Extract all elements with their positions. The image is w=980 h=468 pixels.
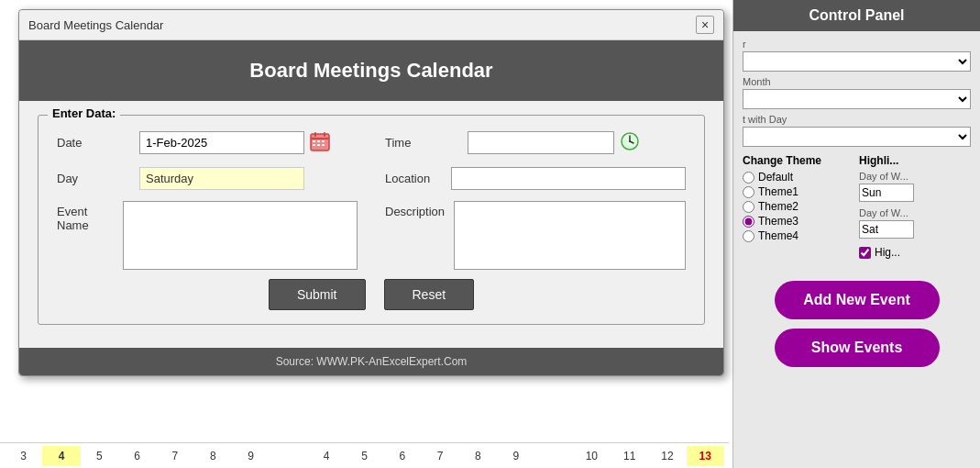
modal-footer-text: Source: WWW.PK-AnExcelExpert.Com	[276, 355, 468, 368]
calendar-icon-button[interactable]	[308, 129, 332, 156]
cp-radio-theme3: Theme3	[743, 215, 854, 228]
svg-rect-2	[314, 132, 316, 137]
form-row-time: Time	[385, 129, 686, 156]
cal-num-r8: 8	[459, 446, 497, 466]
cp-dow1-label: Day of W...	[859, 171, 971, 182]
clock-icon	[620, 131, 640, 151]
form-actions: Submit Reset	[57, 279, 686, 310]
cal-num-8: 8	[194, 446, 232, 466]
cp-highlight-checkbox-label: Hig...	[875, 246, 900, 259]
cp-radio-theme1: Theme1	[743, 185, 854, 198]
cp-select-r-label: r	[743, 39, 971, 50]
cp-dow1-input[interactable]	[859, 184, 914, 202]
modal-footer: Source: WWW.PK-AnExcelExpert.Com	[19, 348, 723, 375]
cp-highlight-checkbox[interactable]	[859, 247, 871, 259]
cal-num-sep	[270, 446, 307, 466]
modal-titlebar: Board Meetings Calendar ×	[19, 10, 723, 40]
cal-num-4: 4	[42, 446, 80, 466]
cp-radio-theme1-label: Theme1	[758, 185, 798, 198]
cp-radio-default-label: Default	[758, 171, 793, 184]
cp-dow2-label: Day of W...	[859, 207, 971, 218]
cal-num-11: 11	[611, 446, 648, 466]
cp-select-month-wrap: Month	[743, 76, 971, 109]
form-grid: Date	[57, 129, 686, 270]
cal-num-12: 12	[648, 446, 686, 466]
cp-theme-group: Change Theme Default Theme1 Theme2 Theme…	[743, 154, 854, 259]
svg-rect-9	[322, 144, 325, 146]
control-panel-header: Control Panel	[733, 0, 980, 31]
description-textarea[interactable]	[454, 201, 686, 270]
svg-rect-4	[313, 140, 315, 142]
cp-radio-theme4-input[interactable]	[743, 230, 754, 242]
svg-point-13	[629, 140, 631, 142]
form-row-day: Day	[57, 167, 358, 190]
svg-rect-1	[311, 138, 329, 139]
day-label: Day	[57, 172, 130, 185]
form-row-event-name: Event Name	[57, 201, 358, 270]
reset-button[interactable]: Reset	[384, 279, 475, 310]
cal-num-r4: 4	[308, 446, 346, 466]
control-panel-title: Control Panel	[809, 7, 904, 23]
cp-highlight-checkbox-row: Hig...	[859, 246, 971, 259]
cp-radio-theme3-input[interactable]	[743, 216, 754, 228]
cp-select-day-wrap: t with Day	[743, 114, 971, 147]
svg-rect-7	[313, 144, 315, 146]
svg-rect-3	[324, 132, 325, 137]
show-events-button[interactable]: Show Events	[775, 329, 940, 367]
submit-button[interactable]: Submit	[269, 279, 366, 310]
modal-close-button[interactable]: ×	[696, 16, 714, 34]
day-input[interactable]	[139, 167, 304, 190]
cp-highlight-group: Highli... Day of W... Day of W... Hig...	[859, 154, 971, 259]
cal-num-3: 3	[5, 446, 42, 466]
add-new-event-button[interactable]: Add New Event	[775, 281, 940, 319]
time-input[interactable]	[468, 131, 614, 154]
cp-select-day[interactable]	[743, 127, 971, 147]
svg-rect-5	[317, 140, 320, 142]
cp-select-r[interactable]	[743, 51, 971, 72]
cp-dow2: Day of W...	[859, 207, 971, 239]
cp-radio-default-input[interactable]	[743, 172, 754, 184]
form-row-date: Date	[57, 129, 358, 156]
cal-num-10: 10	[573, 446, 611, 466]
event-name-label: Event Name	[57, 201, 114, 232]
modal-title: Board Meetings Calendar	[28, 18, 163, 32]
cal-num-r5: 5	[346, 446, 383, 466]
cal-num-sep2	[534, 446, 572, 466]
cp-radio-theme2-input[interactable]	[743, 201, 754, 213]
cp-dow1: Day of W...	[859, 171, 971, 202]
cp-radio-theme1-input[interactable]	[743, 186, 754, 198]
cal-num-7: 7	[156, 446, 193, 466]
cp-select-month[interactable]	[743, 89, 971, 109]
control-panel: Control Panel r Month t with Day	[732, 0, 980, 468]
cp-radio-theme2: Theme2	[743, 200, 854, 213]
cp-change-theme-title: Change Theme	[743, 154, 854, 167]
cp-radio-theme4: Theme4	[743, 229, 854, 242]
time-label: Time	[385, 136, 458, 150]
calendar-icon	[310, 131, 330, 151]
description-label: Description	[385, 201, 445, 218]
svg-rect-6	[322, 140, 325, 142]
modal-header-title: Board Meetings Calendar	[249, 59, 492, 82]
modal-dialog: Board Meetings Calendar × Board Meetings…	[18, 9, 724, 376]
time-input-wrap	[468, 129, 642, 156]
event-name-textarea[interactable]	[123, 201, 358, 270]
location-input[interactable]	[451, 167, 686, 190]
cp-highlight-title: Highli...	[859, 154, 971, 167]
cp-radio-theme4-label: Theme4	[758, 229, 798, 242]
cp-radio-theme2-label: Theme2	[758, 200, 798, 213]
cp-radio-default: Default	[743, 171, 854, 184]
cp-select-day-label: t with Day	[743, 114, 971, 125]
cp-radio-theme3-label: Theme3	[758, 215, 798, 228]
cp-select-month-label: Month	[743, 76, 971, 87]
fieldset-legend: Enter Data:	[48, 106, 120, 120]
cp-dow2-input[interactable]	[859, 220, 914, 239]
clock-icon-button[interactable]	[618, 129, 642, 156]
form-row-location: Location	[385, 167, 686, 190]
date-input[interactable]	[139, 131, 304, 154]
svg-rect-8	[317, 144, 320, 146]
modal-header-band: Board Meetings Calendar	[19, 40, 723, 101]
cp-themes-row: Change Theme Default Theme1 Theme2 Theme…	[743, 154, 971, 259]
cp-select-r-wrap: r	[743, 39, 971, 72]
cp-selects-area: r Month t with Day Change Theme	[733, 31, 980, 272]
form-row-description: Description	[385, 201, 686, 270]
